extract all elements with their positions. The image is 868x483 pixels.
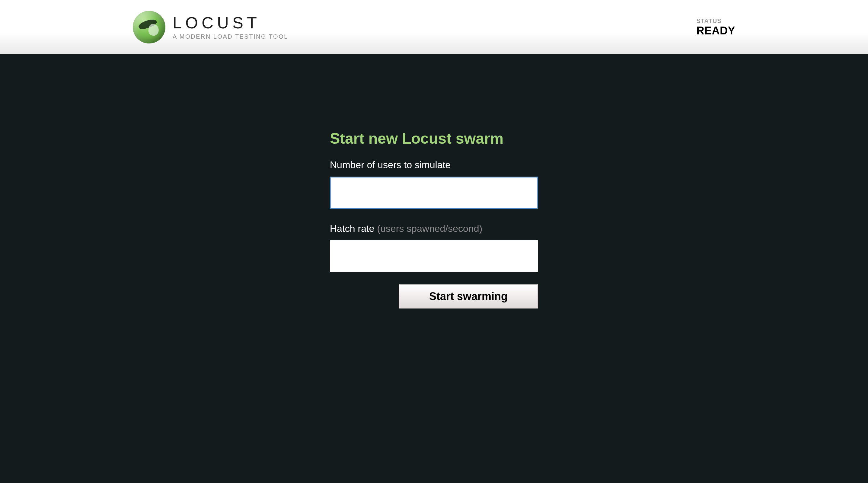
- users-input[interactable]: [330, 177, 538, 209]
- logo-text: LOCUST A MODERN LOAD TESTING TOOL: [173, 14, 288, 40]
- swarm-form: Start new Locust swarm Number of users t…: [330, 130, 538, 308]
- form-actions: Start swarming: [330, 284, 538, 308]
- status-label: STATUS: [696, 18, 735, 25]
- logo-container: LOCUST A MODERN LOAD TESTING TOOL: [133, 11, 288, 43]
- status-container: STATUS READY: [696, 18, 735, 37]
- hatch-label-hint: (users spawned/second): [377, 223, 483, 234]
- users-label: Number of users to simulate: [330, 159, 538, 171]
- logo-subtitle: A MODERN LOAD TESTING TOOL: [173, 33, 288, 40]
- locust-logo-icon: [133, 11, 165, 43]
- form-title: Start new Locust swarm: [330, 130, 538, 147]
- hatch-label-text: Hatch rate: [330, 223, 377, 234]
- hatch-rate-input[interactable]: [330, 240, 538, 272]
- status-value: READY: [696, 25, 735, 37]
- main-content: Start new Locust swarm Number of users t…: [0, 54, 868, 308]
- header: LOCUST A MODERN LOAD TESTING TOOL STATUS…: [0, 0, 868, 54]
- hatch-rate-label: Hatch rate (users spawned/second): [330, 223, 538, 234]
- start-swarming-button[interactable]: Start swarming: [399, 284, 538, 308]
- logo-title: LOCUST: [173, 14, 288, 31]
